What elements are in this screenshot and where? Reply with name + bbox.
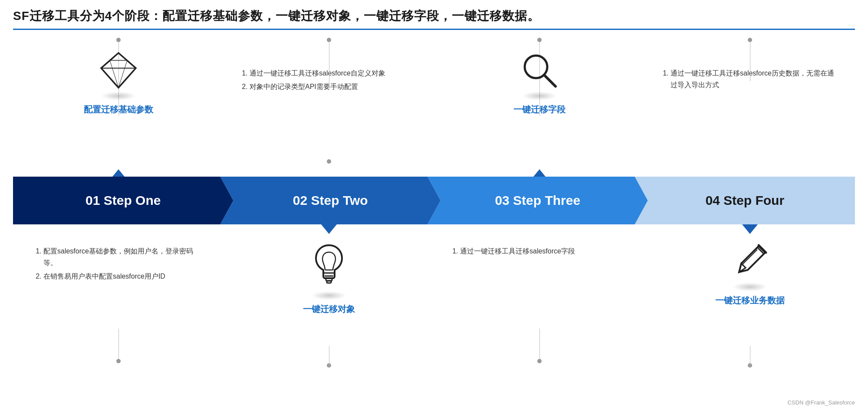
lightbulb-icon xyxy=(309,242,349,289)
main-container: SF迁移工具分为4个阶段：配置迁移基础参数，一键迁移对象，一键迁移字段，一键迁移… xyxy=(0,0,868,411)
top-area: 配置迁移基础参数 通过一键迁移工具迁移salesforce自定义对象 对象中的记… xyxy=(13,38,855,177)
diamond-icon xyxy=(99,51,138,90)
info-box-1-bottom: 配置salesforce基础参数，例如用户名，登录密码等。 在销售易用户表中配置… xyxy=(26,242,215,288)
arrow-down-4 xyxy=(742,224,758,234)
step-one: 01 Step One xyxy=(13,177,233,224)
magnifier-icon-group: 一键迁移字段 xyxy=(513,51,566,115)
bottom-col-3: 通过一键迁移工具迁移salesforce字段 xyxy=(434,224,644,389)
pencil-icon-group: 一键迁移业务数据 xyxy=(715,242,785,306)
dot-2-top xyxy=(327,38,331,42)
step-three: 03 Step Three xyxy=(427,177,648,224)
dot-2-bottom xyxy=(327,159,331,164)
v-line-3-bottom xyxy=(539,329,540,363)
svg-marker-18 xyxy=(739,246,765,272)
diamond-icon-group: 配置迁移基础参数 xyxy=(84,51,153,115)
bottom-area: 配置salesforce基础参数，例如用户名，登录密码等。 在销售易用户表中配置… xyxy=(13,224,855,389)
arrow-down-2 xyxy=(321,224,337,234)
pencil-shadow xyxy=(733,283,767,291)
lightbulb-shadow xyxy=(312,291,346,300)
svg-line-12 xyxy=(544,75,556,86)
svg-line-7 xyxy=(101,60,110,68)
lightbulb-label: 一键迁移对象 xyxy=(303,303,355,315)
watermark: CSDN @Frank_Salesforce xyxy=(787,399,855,406)
svg-rect-17 xyxy=(327,281,331,283)
dot-4-top xyxy=(748,38,752,42)
dot-1-top xyxy=(116,38,121,42)
step-four: 04 Step Four xyxy=(635,177,855,224)
dot-3-top xyxy=(537,38,542,42)
v-line-4-bottom xyxy=(750,346,751,368)
svg-marker-0 xyxy=(101,53,136,88)
info-box-3-bottom: 通过一键迁移工具迁移salesforce字段 xyxy=(443,242,584,262)
v-line-2-top xyxy=(329,38,330,90)
bottom-col-4: 一键迁移业务数据 xyxy=(644,224,855,389)
pencil-icon xyxy=(730,242,769,281)
v-line-2-bottom xyxy=(329,346,330,368)
top-col-3: 一键迁移字段 xyxy=(434,38,644,177)
top-col-2: 通过一键迁移工具迁移salesforce自定义对象 对象中的记录类型API需要手… xyxy=(224,38,434,177)
v-line-1-bottom xyxy=(118,329,119,363)
lightbulb-icon-group: 一键迁移对象 xyxy=(303,242,355,315)
top-col-1: 配置迁移基础参数 xyxy=(13,38,224,177)
svg-line-4 xyxy=(101,68,118,88)
bottom-col-2: 一键迁移对象 xyxy=(224,224,434,389)
magnifier-shadow xyxy=(522,92,557,100)
dot-3-bottom-2 xyxy=(537,359,542,363)
svg-line-5 xyxy=(118,68,136,88)
dot-1-bottom-2 xyxy=(116,359,121,363)
top-col-4: 通过一键迁移工具迁移salesforce历史数据，无需在通过导入导出方式 xyxy=(644,38,855,177)
svg-line-8 xyxy=(127,60,136,68)
bottom-col-1: 配置salesforce基础参数，例如用户名，登录密码等。 在销售易用户表中配置… xyxy=(13,224,224,389)
title-underline xyxy=(13,29,855,30)
diamond-label: 配置迁移基础参数 xyxy=(84,104,153,115)
info-box-2-top: 通过一键迁移工具迁移salesforce自定义对象 对象中的记录类型API需要手… xyxy=(232,64,394,98)
magnifier-icon xyxy=(520,51,559,90)
steps-row: 01 Step One 02 Step Two 03 Step Three 04… xyxy=(13,177,855,224)
diamond-shadow xyxy=(101,92,136,100)
v-line-4-top xyxy=(750,38,751,81)
step-two: 02 Step Two xyxy=(220,177,441,224)
magnifier-label: 一键迁移字段 xyxy=(513,104,566,115)
pencil-label: 一键迁移业务数据 xyxy=(715,295,785,306)
page-title: SF迁移工具分为4个阶段：配置迁移基础参数，一键迁移对象，一键迁移字段，一键迁移… xyxy=(13,8,855,24)
